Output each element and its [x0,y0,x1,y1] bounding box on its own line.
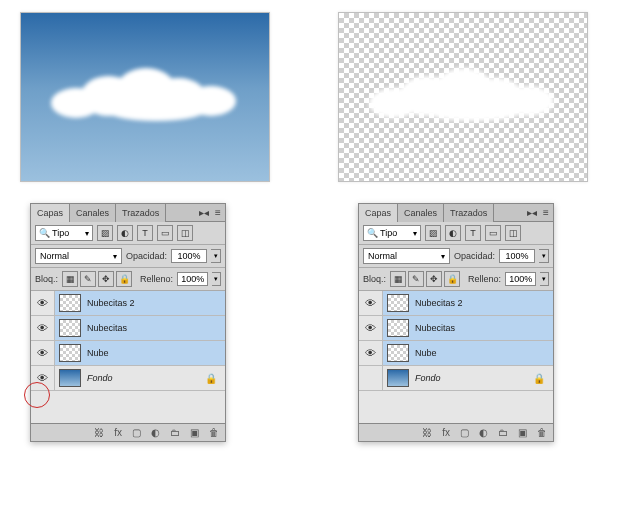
adjustment-icon[interactable]: ◐ [479,427,488,438]
filter-label: Tipo [52,228,69,238]
mask-icon[interactable]: ▢ [132,427,141,438]
filter-type-icon[interactable]: T [465,225,481,241]
mask-icon[interactable]: ▢ [460,427,469,438]
layer-thumbnail [59,294,81,312]
group-icon[interactable]: 🗀 [498,427,508,438]
new-layer-icon[interactable]: ▣ [190,427,199,438]
lock-move-icon[interactable]: ✥ [98,271,114,287]
visibility-toggle[interactable]: 👁 [31,366,55,390]
fill-label: Relleno: [468,274,501,284]
filter-adjust-icon[interactable]: ◐ [117,225,133,241]
layer-body[interactable]: Nube [55,341,225,365]
lock-all-icon[interactable]: 🔒 [444,271,460,287]
layer-thumbnail [387,344,409,362]
fill-dropdown-icon[interactable]: ▾ [540,272,549,286]
visibility-toggle[interactable] [359,366,383,390]
layer-row[interactable]: 👁 Nube [31,341,225,366]
lock-label: Bloq.: [363,274,386,284]
chevron-down-icon: ▾ [441,252,445,261]
blend-mode-select[interactable]: Normal ▾ [35,248,122,264]
lock-move-icon[interactable]: ✥ [426,271,442,287]
filter-shape-icon[interactable]: ▭ [485,225,501,241]
layer-row[interactable]: 👁 Nubecitas [359,316,553,341]
link-layers-icon[interactable]: ⛓ [422,427,432,438]
layer-row[interactable]: Fondo 🔒 [359,366,553,391]
layer-row[interactable]: 👁 Nubecitas 2 [359,291,553,316]
tab-layers[interactable]: Capas [31,204,70,222]
filter-label: Tipo [380,228,397,238]
blend-mode-select[interactable]: Normal ▾ [363,248,450,264]
layer-body[interactable]: Nubecitas [383,316,553,340]
filter-type[interactable]: 🔍 Tipo ▾ [35,225,93,241]
fill-dropdown-icon[interactable]: ▾ [212,272,221,286]
filter-shape-icon[interactable]: ▭ [157,225,173,241]
visibility-toggle[interactable]: 👁 [31,316,55,340]
visibility-toggle[interactable]: 👁 [359,291,383,315]
layer-body[interactable]: Fondo 🔒 [55,366,225,390]
trash-icon[interactable]: 🗑 [537,427,547,438]
opacity-label: Opacidad: [126,251,167,261]
opacity-value[interactable]: 100% [499,249,535,263]
layer-thumbnail [387,319,409,337]
opacity-dropdown-icon[interactable]: ▾ [539,249,549,263]
layer-thumbnail [59,319,81,337]
layer-row[interactable]: 👁 Nubecitas [31,316,225,341]
tab-channels[interactable]: Canales [398,204,444,222]
search-icon: 🔍 [367,228,378,238]
layer-row[interactable]: 👁 Nubecitas 2 [31,291,225,316]
fx-icon[interactable]: fx [442,427,450,438]
trash-icon[interactable]: 🗑 [209,427,219,438]
blend-mode-value: Normal [368,251,397,261]
blend-mode-value: Normal [40,251,69,261]
fill-value[interactable]: 100% [177,272,208,286]
layer-body[interactable]: Nubecitas 2 [383,291,553,315]
link-layers-icon[interactable]: ⛓ [94,427,104,438]
visibility-toggle[interactable]: 👁 [31,341,55,365]
filter-adjust-icon[interactable]: ◐ [445,225,461,241]
lock-row: Bloq.: ▦ ✎ ✥ 🔒 Relleno: 100% ▾ [31,268,225,291]
layer-body[interactable]: Nubecitas 2 [55,291,225,315]
tab-paths[interactable]: Trazados [444,204,494,222]
tab-layers[interactable]: Capas [359,204,398,222]
filter-pixel-icon[interactable]: ▨ [425,225,441,241]
filter-type-icon[interactable]: T [137,225,153,241]
layer-name: Fondo [87,373,113,383]
lock-transparent-icon[interactable]: ▦ [390,271,406,287]
filter-smart-icon[interactable]: ◫ [177,225,193,241]
layer-body[interactable]: Fondo 🔒 [383,366,553,390]
fill-value[interactable]: 100% [505,272,536,286]
filter-smart-icon[interactable]: ◫ [505,225,521,241]
layer-name: Nube [415,348,437,358]
lock-brush-icon[interactable]: ✎ [408,271,424,287]
panel-menu-icon[interactable]: ≡ [539,207,553,218]
fx-icon[interactable]: fx [114,427,122,438]
visibility-toggle[interactable]: 👁 [31,291,55,315]
collapse-icon[interactable]: ▸◂ [197,207,211,218]
tab-channels[interactable]: Canales [70,204,116,222]
layer-name: Nube [87,348,109,358]
layer-body[interactable]: Nubecitas [55,316,225,340]
layer-row[interactable]: 👁 Nube [359,341,553,366]
filter-pixel-icon[interactable]: ▨ [97,225,113,241]
layer-thumbnail [387,294,409,312]
lock-brush-icon[interactable]: ✎ [80,271,96,287]
filter-type[interactable]: 🔍 Tipo ▾ [363,225,421,241]
collapse-icon[interactable]: ▸◂ [525,207,539,218]
panel-menu-icon[interactable]: ≡ [211,207,225,218]
layer-thumbnail [387,369,409,387]
opacity-dropdown-icon[interactable]: ▾ [211,249,221,263]
lock-transparent-icon[interactable]: ▦ [62,271,78,287]
visibility-toggle[interactable]: 👁 [359,341,383,365]
lock-all-icon[interactable]: 🔒 [116,271,132,287]
layer-row[interactable]: 👁 Fondo 🔒 [31,366,225,391]
layer-name: Nubecitas [87,323,127,333]
new-layer-icon[interactable]: ▣ [518,427,527,438]
adjustment-icon[interactable]: ◐ [151,427,160,438]
panel-tabs: Capas Canales Trazados ▸◂ ≡ [359,204,553,222]
tab-paths[interactable]: Trazados [116,204,166,222]
opacity-value[interactable]: 100% [171,249,207,263]
layer-body[interactable]: Nube [383,341,553,365]
visibility-toggle[interactable]: 👁 [359,316,383,340]
group-icon[interactable]: 🗀 [170,427,180,438]
lock-label: Bloq.: [35,274,58,284]
